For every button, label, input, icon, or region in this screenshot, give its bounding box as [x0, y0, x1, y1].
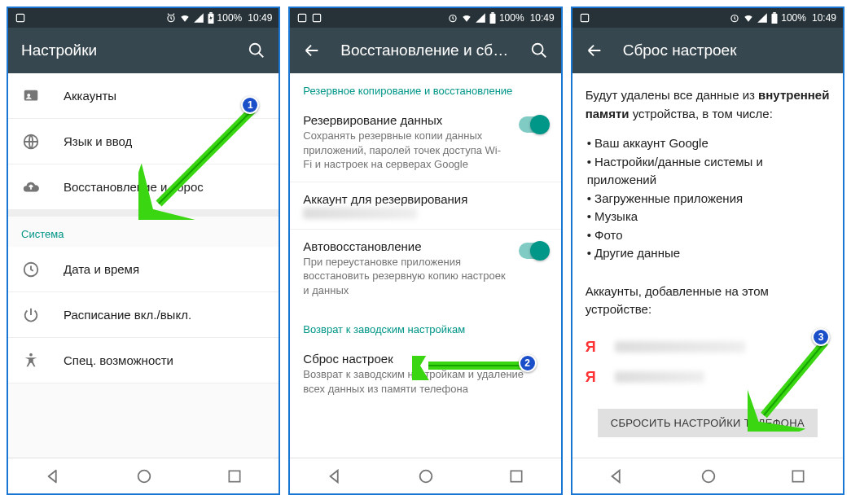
reset-content: Будут удалены все данные из внутренней п…	[572, 73, 843, 458]
battery-icon	[489, 12, 497, 24]
svg-rect-0	[16, 14, 24, 21]
status-time: 10:49	[530, 12, 555, 24]
screenshot-icon	[296, 12, 308, 24]
bullet-item: Другие данные	[587, 244, 830, 263]
blurred-account	[615, 371, 704, 383]
item-label: Аккаунты	[64, 89, 116, 103]
nav-home-icon[interactable]	[700, 467, 717, 485]
bullet-item: Настройки/данные системы и приложений	[587, 153, 830, 190]
item-label: Язык и ввод	[64, 134, 132, 148]
page-title: Сброс настроек	[623, 42, 830, 59]
svg-rect-13	[314, 14, 321, 21]
section-factory: Возврат к заводским настройкам	[290, 307, 560, 342]
toggle-auto-restore[interactable]	[519, 243, 548, 259]
setting-factory-reset[interactable]: Сброс настроек Возврат к заводским настр…	[290, 342, 560, 405]
svg-point-17	[532, 44, 542, 55]
page-title: Восстановление и сбр...	[340, 42, 510, 59]
svg-rect-19	[511, 471, 521, 481]
intro-text: Будут удалены все данные из	[586, 88, 758, 102]
svg-point-10	[138, 470, 151, 482]
status-time: 10:49	[812, 12, 836, 24]
power-icon	[21, 305, 41, 325]
back-icon[interactable]	[303, 42, 321, 59]
app-bar: Восстановление и сбр...	[290, 28, 560, 73]
bullet-item: Загруженные приложения	[587, 190, 830, 208]
settings-item-backup-reset[interactable]: Восстановление и сброс	[8, 164, 279, 210]
nav-back-icon[interactable]	[608, 467, 626, 485]
settings-item-accounts[interactable]: Аккаунты	[8, 73, 279, 119]
account-row: Я	[572, 362, 843, 392]
wifi-icon	[461, 12, 472, 24]
svg-rect-16	[491, 12, 494, 14]
status-bar: 100% 10:49	[8, 8, 279, 28]
nav-home-icon[interactable]	[417, 467, 435, 485]
alarm-icon	[447, 12, 458, 24]
battery-percent: 100%	[217, 12, 243, 24]
settings-item-datetime[interactable]: Дата и время	[8, 247, 279, 292]
setting-auto-restore[interactable]: Автовосстановление При переустановке при…	[290, 230, 560, 308]
settings-item-accessibility[interactable]: Спец. возможности	[8, 338, 279, 383]
nav-bar	[572, 458, 843, 493]
page-title: Настройки	[21, 42, 228, 59]
settings-item-schedule[interactable]: Расписание вкл./выкл.	[8, 292, 279, 338]
reset-bullets: Ваш аккаунт Google Настройки/данные сист…	[586, 131, 830, 263]
signal-icon	[475, 12, 486, 24]
step-badge-3: 3	[812, 328, 830, 346]
nav-recent-icon[interactable]	[790, 468, 806, 484]
item-label: Восстановление и сброс	[64, 180, 204, 194]
svg-rect-12	[299, 14, 306, 21]
search-icon[interactable]	[248, 42, 265, 59]
section-system: Система	[8, 217, 279, 247]
battery-percent: 100%	[781, 12, 806, 24]
nav-bar	[290, 458, 560, 493]
status-time: 10:49	[248, 12, 272, 24]
accounts-label: Аккаунты, добавленные на этом устройстве…	[586, 283, 830, 319]
app-bar: Сброс настроек	[572, 28, 843, 73]
setting-backup-account[interactable]: Аккаунт для резервирования	[290, 182, 560, 230]
toggle-backup-data[interactable]	[519, 116, 548, 133]
item-label: Расписание вкл./выкл.	[64, 308, 191, 322]
setting-backup-data[interactable]: Резервирование данных Сохранять резервны…	[290, 103, 560, 182]
svg-rect-3	[209, 12, 213, 14]
setting-title: Сброс настроек	[303, 352, 537, 366]
status-bar: 100% 10:49	[572, 8, 843, 28]
nav-back-icon[interactable]	[327, 467, 344, 485]
screenshot-icon	[311, 12, 322, 24]
bullet-item: Музыка	[587, 208, 830, 226]
accessibility-icon	[21, 351, 41, 370]
clock-icon	[21, 260, 41, 279]
blurred-account	[303, 208, 417, 219]
settings-item-language[interactable]: Язык и ввод	[8, 119, 279, 164]
nav-recent-icon[interactable]	[226, 468, 243, 484]
step-badge-2: 2	[519, 354, 537, 372]
nav-home-icon[interactable]	[135, 467, 153, 485]
setting-title: Аккаунт для резервирования	[303, 192, 537, 206]
phone-screen-1: 100% 10:49 Настройки Аккаунты Язык и вво…	[7, 7, 280, 495]
bullet-item: Фото	[587, 226, 830, 245]
reset-phone-button[interactable]: СБРОСИТЬ НАСТРОЙКИ ТЕЛЕФОНА	[598, 409, 818, 437]
battery-percent: 100%	[499, 12, 524, 24]
item-label: Спец. возможности	[64, 353, 173, 367]
settings-list: Аккаунты Язык и ввод Восстановление и сб…	[8, 73, 279, 458]
search-icon[interactable]	[530, 42, 548, 59]
setting-title: Резервирование данных	[303, 113, 508, 127]
signal-icon	[757, 12, 768, 24]
screenshot-icon	[579, 12, 590, 24]
svg-point-6	[27, 94, 30, 97]
status-bar: 100% 10:49	[290, 8, 560, 28]
setting-subtitle: Возврат к заводским настройкам и удалени…	[303, 367, 537, 396]
reset-description: Будут удалены все данные из внутренней п…	[572, 73, 843, 332]
svg-point-9	[29, 353, 33, 356]
yandex-icon: Я	[586, 369, 602, 386]
wifi-icon	[179, 12, 191, 24]
svg-point-4	[250, 44, 261, 55]
nav-recent-icon[interactable]	[508, 468, 524, 484]
back-icon[interactable]	[586, 42, 603, 59]
battery-icon	[207, 12, 215, 24]
alarm-icon	[165, 12, 177, 24]
svg-rect-22	[772, 14, 778, 24]
nav-back-icon[interactable]	[45, 467, 63, 485]
bullet-item: Ваш аккаунт Google	[587, 134, 830, 153]
blurred-account	[615, 341, 745, 353]
setting-title: Автовосстановление	[303, 239, 508, 253]
